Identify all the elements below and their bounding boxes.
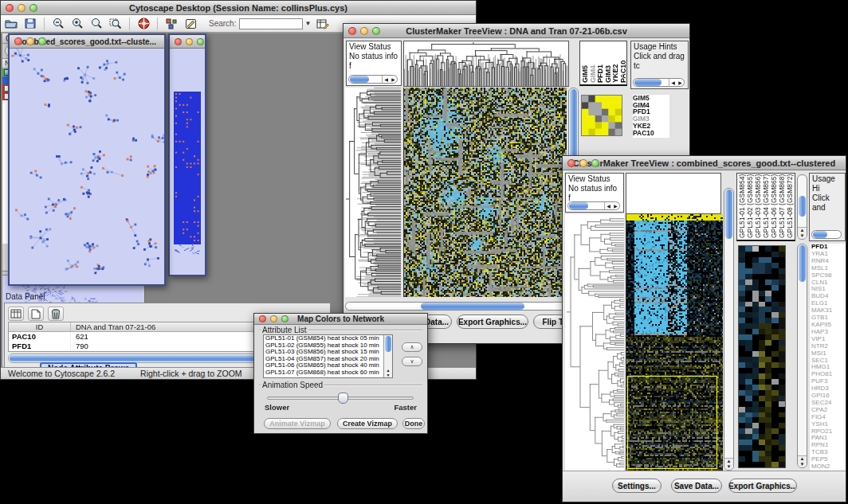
- done-button[interactable]: Done: [402, 418, 425, 429]
- zoom-out-icon[interactable]: [51, 18, 65, 30]
- column-label[interactable]: YKE2: [611, 43, 619, 83]
- animate-vizmap-button[interactable]: Animate Vizmap: [264, 418, 331, 429]
- treeview-action-button[interactable]: Settings...: [612, 479, 662, 493]
- minimize-button[interactable]: [270, 315, 277, 322]
- treeview-action-button[interactable]: Export Graphics...: [728, 479, 797, 493]
- attribute-list-item[interactable]: GPL51-07 (GSM868) heat shock 60 min: [265, 369, 392, 377]
- network-view-canvas[interactable]: [10, 49, 164, 284]
- data-panel-title: Data Panel: [4, 292, 331, 303]
- row-dendrogram[interactable]: [565, 214, 624, 471]
- row-labels: GIM5GIM4PFD1GIM3YKE2PAC10: [633, 95, 669, 138]
- view-status-scrollbar[interactable]: ◀▶: [348, 75, 398, 84]
- open-folder-icon[interactable]: [4, 18, 18, 30]
- animation-speed-slider[interactable]: [267, 397, 414, 400]
- column-label[interactable]: GIM5: [581, 43, 589, 83]
- column-label[interactable]: GPL51-02 (GSM855): [746, 175, 754, 238]
- row-label[interactable]: PAC10: [633, 130, 669, 137]
- zoom-button[interactable]: [591, 159, 599, 167]
- usage-hints-panel: Usage Hints Click and drag tc ◀▶: [630, 41, 689, 89]
- column-label[interactable]: PFD1: [596, 43, 604, 83]
- save-icon[interactable]: [23, 18, 37, 30]
- heatmap-vscrollbar[interactable]: ▲▼: [724, 188, 734, 471]
- zoom-button[interactable]: [197, 38, 204, 45]
- zoom-heatmap[interactable]: [581, 95, 622, 136]
- column-label[interactable]: GPL51-04 (GSM857): [762, 175, 770, 238]
- view-status-scrollbar[interactable]: ◀▶: [567, 201, 620, 210]
- close-button[interactable]: [567, 159, 575, 167]
- network-view-canvas-dense[interactable]: [170, 49, 205, 275]
- zoom-button[interactable]: [281, 315, 289, 322]
- gene-labels: PFD1YRA1RNR4MSL1SPC98CLN1NIS1BUD4ELG1MAK…: [810, 244, 846, 471]
- attribute-list[interactable]: GPL51-01 (GSM854) heat shock 05 minGPL51…: [263, 334, 393, 378]
- attribute-browser-icon[interactable]: [316, 18, 330, 30]
- zoom-heatmap[interactable]: [738, 245, 786, 468]
- column-dendrogram-empty: [626, 173, 721, 214]
- close-button[interactable]: [259, 315, 266, 322]
- netwin1-titlebar[interactable]: combined_scores_good.txt--cluste...: [10, 35, 164, 49]
- slider-thumb[interactable]: [338, 393, 348, 404]
- move-down-button[interactable]: ∨: [402, 357, 422, 366]
- column-label[interactable]: GIM3: [604, 43, 612, 83]
- global-heatmap[interactable]: [403, 88, 567, 297]
- network-view-window-2: [168, 33, 206, 276]
- column-label[interactable]: GPL51-07 (GSM868): [778, 175, 786, 238]
- minimize-button[interactable]: [360, 27, 368, 35]
- column-labels-scrollbar[interactable]: ▲▼: [797, 174, 807, 240]
- column-label[interactable]: GPL51-03 (GSM856): [754, 175, 762, 238]
- zoom-selected-icon[interactable]: [89, 18, 104, 30]
- search-dropdown-arrow[interactable]: ▼: [304, 20, 311, 27]
- close-button[interactable]: [175, 38, 182, 45]
- minimize-button[interactable]: [18, 4, 26, 12]
- dialog-titlebar[interactable]: Map Colors to Network: [254, 314, 427, 325]
- minimize-button[interactable]: [26, 37, 34, 45]
- column-dendrogram[interactable]: [403, 41, 569, 87]
- minimize-button[interactable]: [579, 159, 587, 167]
- column-labels: GPL51-01 (GSM854)GPL51-02 (GSM855)GPL51-…: [736, 173, 795, 241]
- column-label[interactable]: GIM4: [589, 43, 597, 83]
- close-button[interactable]: [348, 27, 356, 35]
- tv1-title: ClusterMaker TreeView : DNA and Tran 07-…: [344, 26, 689, 36]
- zoom-button[interactable]: [38, 37, 46, 45]
- tv2-titlebar[interactable]: ClusterMaker TreeView : combined_scores_…: [563, 156, 846, 170]
- animation-speed-label: Animation Speed: [261, 381, 324, 389]
- zoom-heatmap-scrollbar[interactable]: ▲▼: [797, 244, 807, 468]
- zoom-button[interactable]: [372, 27, 380, 35]
- heatmap-hscrollbar[interactable]: ◀▶: [345, 302, 578, 311]
- treeview-action-button[interactable]: Export Graphics...: [457, 315, 528, 329]
- desktop: Cytoscape Desktop (Session Name: collins…: [0, 0, 848, 504]
- search-label: Search:: [209, 19, 236, 28]
- usage-hints-scrollbar[interactable]: ◀▶: [633, 78, 685, 87]
- create-vizmap-button[interactable]: Create Vizmap: [337, 418, 398, 429]
- main-titlebar[interactable]: Cytoscape Desktop (Session Name: collins…: [1, 1, 476, 15]
- toolbar-separator: [157, 18, 158, 30]
- move-up-button[interactable]: ∧: [402, 342, 422, 352]
- treeview-action-button[interactable]: Save Data...: [671, 479, 722, 493]
- global-heatmap[interactable]: [626, 214, 723, 471]
- tv1-titlebar[interactable]: ClusterMaker TreeView : DNA and Tran 07-…: [344, 24, 689, 38]
- minimize-button[interactable]: [186, 38, 193, 45]
- delete-attribute-icon[interactable]: [48, 307, 64, 321]
- annotation-icon[interactable]: [183, 18, 198, 30]
- close-button[interactable]: [14, 37, 22, 45]
- zoom-in-icon[interactable]: [70, 18, 84, 30]
- column-label[interactable]: GPL51-01 (GSM854): [738, 175, 746, 238]
- toolbar-separator: [129, 18, 130, 30]
- netwin2-titlebar[interactable]: [170, 35, 205, 49]
- attribute-list-scrollbar[interactable]: ▲▼: [383, 335, 392, 377]
- close-button[interactable]: [6, 4, 14, 12]
- status-hint-zoom: Right-click + drag to ZOOM: [140, 369, 242, 378]
- column-labels: GIM5GIM4PFD1GIM3YKE2PAC10: [579, 41, 627, 86]
- column-label[interactable]: PAC10: [619, 43, 627, 83]
- column-label[interactable]: GPL51-06 (GSM865): [770, 175, 778, 238]
- new-attribute-icon[interactable]: [28, 307, 44, 321]
- gene-label[interactable]: MON2: [811, 463, 846, 471]
- row-dendrogram[interactable]: [345, 88, 401, 297]
- search-input[interactable]: [239, 18, 303, 29]
- network-modify-icon[interactable]: [164, 18, 179, 30]
- help-lifering-icon[interactable]: [136, 18, 151, 30]
- zoom-button[interactable]: [29, 4, 37, 12]
- attribute-select-icon[interactable]: [8, 307, 24, 321]
- zoom-fit-icon[interactable]: [108, 18, 123, 30]
- column-label[interactable]: GPL51-08 (GSM872): [786, 175, 794, 238]
- usage-hints-scrollbar[interactable]: [811, 230, 842, 239]
